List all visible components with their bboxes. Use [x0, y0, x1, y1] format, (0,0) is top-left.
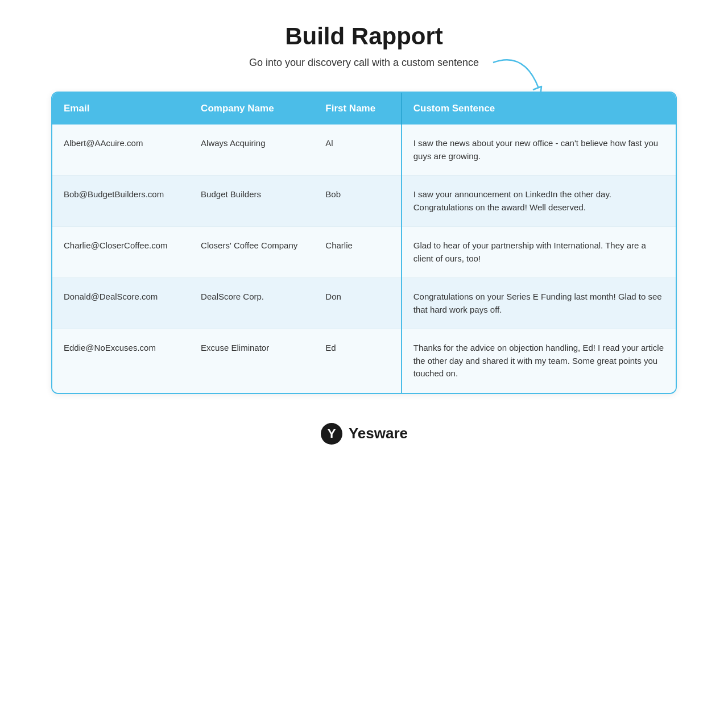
- table-row: Albert@AAcuire.comAlways AcquiringAlI sa…: [52, 125, 676, 176]
- header-sentence: Custom Sentence: [402, 93, 676, 125]
- cell-company-1: Budget Builders: [189, 176, 314, 227]
- cell-sentence-1: I saw your announcement on LinkedIn the …: [402, 176, 676, 227]
- header-company: Company Name: [189, 93, 314, 125]
- logo-text: Yesware: [349, 425, 408, 442]
- cell-email-1: Bob@BudgetBuilders.com: [52, 176, 189, 227]
- page-title: Build Rapport: [285, 23, 443, 50]
- data-table-container: Email Company Name First Name Custom Sen…: [51, 92, 677, 394]
- cell-email-4: Eddie@NoExcuses.com: [52, 329, 189, 393]
- header-firstname: First Name: [314, 93, 401, 125]
- header-email: Email: [52, 93, 189, 125]
- cell-firstname-0: Al: [314, 125, 401, 176]
- cell-email-0: Albert@AAcuire.com: [52, 125, 189, 176]
- cell-firstname-4: Ed: [314, 329, 401, 393]
- table-body: Albert@AAcuire.comAlways AcquiringAlI sa…: [52, 125, 676, 393]
- cell-email-3: Donald@DealScore.com: [52, 278, 189, 329]
- table-row: Bob@BudgetBuilders.comBudget BuildersBob…: [52, 176, 676, 227]
- cell-company-3: DealScore Corp.: [189, 278, 314, 329]
- cell-email-2: Charlie@CloserCoffee.com: [52, 227, 189, 278]
- cell-firstname-1: Bob: [314, 176, 401, 227]
- cell-sentence-3: Congratulations on your Series E Funding…: [402, 278, 676, 329]
- cell-sentence-4: Thanks for the advice on objection handl…: [402, 329, 676, 393]
- cell-firstname-2: Charlie: [314, 227, 401, 278]
- page-wrapper: Build Rapport Go into your discovery cal…: [51, 23, 677, 445]
- yesware-logo-icon: Y: [320, 422, 343, 445]
- rapport-table: Email Company Name First Name Custom Sen…: [52, 93, 676, 393]
- logo-area: Y Yesware: [320, 422, 408, 445]
- cell-firstname-3: Don: [314, 278, 401, 329]
- table-row: Charlie@CloserCoffee.comClosers' Coffee …: [52, 227, 676, 278]
- cell-company-2: Closers' Coffee Company: [189, 227, 314, 278]
- table-row: Eddie@NoExcuses.comExcuse EliminatorEdTh…: [52, 329, 676, 393]
- svg-text:Y: Y: [328, 426, 336, 441]
- cell-sentence-0: I saw the news about your new office - c…: [402, 125, 676, 176]
- arrow-decoration: [490, 57, 547, 97]
- cell-company-0: Always Acquiring: [189, 125, 314, 176]
- cell-sentence-2: Glad to hear of your partnership with In…: [402, 227, 676, 278]
- table-header-row: Email Company Name First Name Custom Sen…: [52, 93, 676, 125]
- subtitle-text: Go into your discovery call with a custo…: [249, 57, 479, 69]
- cell-company-4: Excuse Eliminator: [189, 329, 314, 393]
- table-row: Donald@DealScore.comDealScore Corp.DonCo…: [52, 278, 676, 329]
- subtitle-row: Go into your discovery call with a custo…: [249, 57, 479, 69]
